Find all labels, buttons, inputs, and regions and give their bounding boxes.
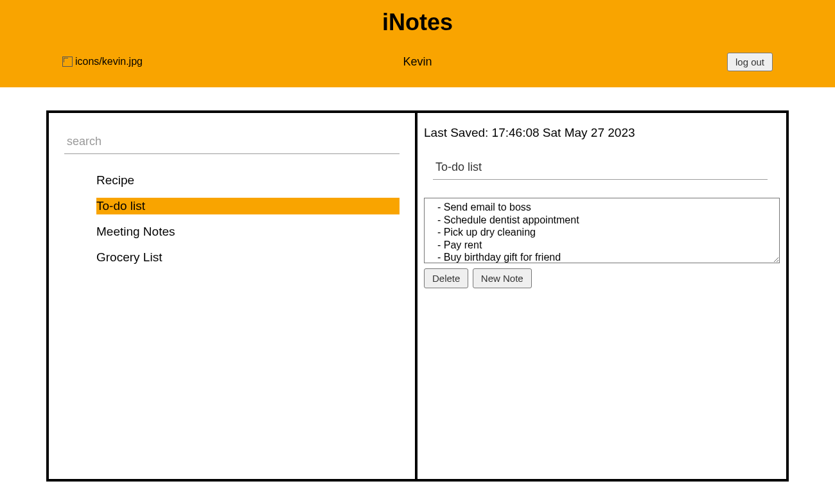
note-item-meeting[interactable]: Meeting Notes	[96, 223, 400, 240]
note-item-todo[interactable]: To-do list	[96, 198, 400, 214]
note-item-recipe[interactable]: Recipe	[96, 172, 400, 189]
search-input[interactable]	[64, 128, 400, 154]
main-panel: Recipe To-do list Meeting Notes Grocery …	[46, 110, 789, 482]
note-actions: Delete New Note	[424, 268, 780, 288]
logout-button[interactable]: log out	[727, 53, 773, 71]
note-item-grocery[interactable]: Grocery List	[96, 249, 400, 266]
app-title: iNotes	[0, 0, 835, 42]
last-saved-label: Last Saved: 17:46:08 Sat May 27 2023	[424, 126, 780, 140]
app-header: iNotes icons/kevin.jpg Kevin log out	[0, 0, 835, 87]
avatar-alt-text: icons/kevin.jpg	[75, 56, 143, 67]
note-body-textarea[interactable]	[424, 198, 780, 263]
user-name: Kevin	[403, 55, 432, 69]
new-note-button[interactable]: New Note	[473, 268, 532, 288]
broken-image-icon	[62, 56, 73, 67]
sidebar: Recipe To-do list Meeting Notes Grocery …	[49, 113, 418, 479]
note-list: Recipe To-do list Meeting Notes Grocery …	[96, 172, 400, 266]
user-row: icons/kevin.jpg Kevin log out	[62, 49, 773, 74]
delete-button[interactable]: Delete	[424, 268, 468, 288]
note-detail: Last Saved: 17:46:08 Sat May 27 2023 Del…	[418, 113, 786, 479]
note-title-input[interactable]	[433, 154, 768, 180]
avatar: icons/kevin.jpg	[62, 56, 143, 67]
